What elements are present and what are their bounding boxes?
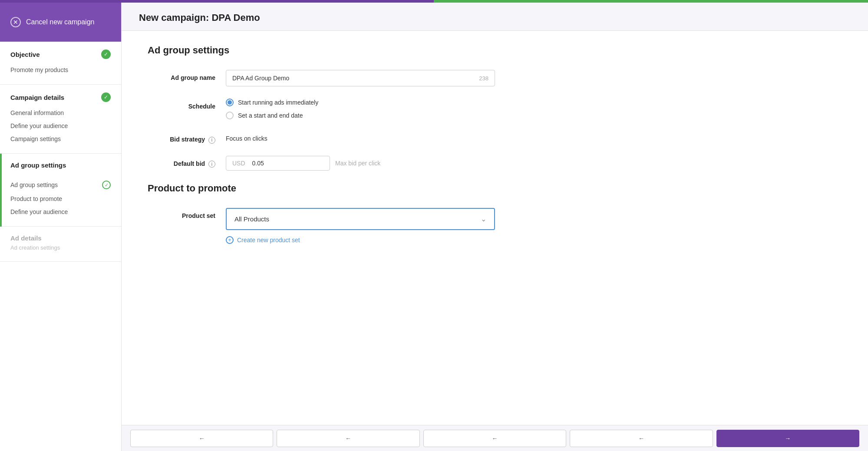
product-set-value: All Products: [234, 215, 269, 223]
create-product-set-link[interactable]: + Create new product set: [226, 236, 530, 244]
schedule-row: Schedule Start running ads immediately S…: [148, 99, 842, 119]
bid-box: USD: [226, 156, 330, 171]
sidebar-item-ad-creation-settings: Ad creation settings: [10, 242, 111, 253]
create-product-set-label: Create new product set: [237, 237, 300, 244]
product-set-control: All Products ⌄ + Create new product set: [226, 208, 530, 244]
default-bid-info-icon[interactable]: i: [208, 161, 215, 168]
bottom-btn-3[interactable]: ←: [423, 430, 566, 447]
cancel-label: Cancel new campaign: [26, 18, 94, 26]
product-set-label: Product set: [148, 208, 226, 219]
cancel-icon: ✕: [10, 17, 21, 27]
dropdown-arrow-icon: ⌄: [481, 215, 486, 223]
schedule-label: Schedule: [148, 99, 226, 110]
schedule-immediate-radio[interactable]: [226, 99, 234, 106]
objective-check-icon: ✓: [101, 49, 111, 59]
sidebar-item-define-audience[interactable]: Define your audience: [10, 119, 111, 132]
bottom-btn-next[interactable]: →: [716, 430, 859, 447]
campaign-details-check-icon: ✓: [101, 92, 111, 102]
product-to-promote-heading: Product to promote: [148, 183, 842, 194]
sidebar-section-campaign-details: Campaign details ✓ General information D…: [0, 85, 121, 154]
schedule-custom-radio[interactable]: [226, 112, 234, 119]
bid-value-input[interactable]: [252, 160, 278, 167]
ad-group-name-control: 238: [226, 70, 530, 86]
page-header: New campaign: DPA Demo: [122, 3, 868, 31]
sidebar-item-product-to-promote[interactable]: Product to promote: [10, 192, 111, 205]
sidebar-item-promote-my-products[interactable]: Promote my products: [10, 63, 111, 76]
ad-group-name-row: Ad group name 238: [148, 70, 842, 86]
ad-group-settings-heading: Ad group settings: [148, 45, 842, 56]
ad-group-settings-check: ✓: [102, 181, 111, 189]
sidebar-item-define-audience-adgroup[interactable]: Define your audience: [10, 205, 111, 218]
create-product-plus-icon: +: [226, 236, 234, 244]
bottom-btn-2[interactable]: ←: [277, 430, 419, 447]
product-set-row: Product set All Products ⌄ + Create new …: [148, 208, 842, 244]
default-bid-control: USD Max bid per click: [226, 156, 530, 171]
campaign-details-title: Campaign details: [10, 94, 64, 101]
bottom-btn-1[interactable]: ←: [130, 430, 273, 447]
cancel-campaign-button[interactable]: ✕ Cancel new campaign: [0, 3, 121, 42]
bid-strategy-control: Focus on clicks: [226, 132, 530, 142]
default-bid-row: Default bid i USD Max bid per click: [148, 156, 842, 171]
schedule-custom-option[interactable]: Set a start and end date: [226, 112, 530, 119]
schedule-immediate-option[interactable]: Start running ads immediately: [226, 99, 530, 106]
sidebar-section-ad-details: Ad details Ad creation settings: [0, 227, 121, 262]
bid-description: Max bid per click: [335, 160, 380, 167]
sidebar-item-campaign-settings[interactable]: Campaign settings: [10, 132, 111, 145]
sidebar: ✕ Cancel new campaign Objective ✓ Promot…: [0, 3, 122, 451]
bottom-bar: ← ← ← ← →: [122, 425, 868, 451]
bid-strategy-label: Bid strategy i: [148, 132, 226, 144]
sidebar-item-general-information[interactable]: General information: [10, 106, 111, 119]
default-bid-label: Default bid i: [148, 156, 226, 168]
bid-strategy-row: Bid strategy i Focus on clicks: [148, 132, 842, 144]
bid-strategy-value: Focus on clicks: [226, 132, 530, 142]
schedule-custom-label: Set a start and end date: [238, 112, 303, 119]
objective-title: Objective: [10, 51, 40, 58]
sidebar-section-ad-group-settings: Ad group settings Ad group settings ✓ Pr…: [0, 154, 121, 227]
schedule-control: Start running ads immediately Set a star…: [226, 99, 530, 119]
schedule-radio-group: Start running ads immediately Set a star…: [226, 99, 530, 119]
bottom-btn-4[interactable]: ←: [570, 430, 713, 447]
schedule-immediate-label: Start running ads immediately: [238, 99, 318, 106]
ad-details-title: Ad details: [10, 234, 111, 242]
ad-group-name-label: Ad group name: [148, 70, 226, 81]
char-count: 238: [479, 75, 488, 82]
main-content: New campaign: DPA Demo Ad group settings…: [122, 3, 868, 451]
default-bid-input-wrapper: USD Max bid per click: [226, 156, 530, 171]
bid-strategy-info-icon[interactable]: i: [208, 137, 215, 144]
page-title: New campaign: DPA Demo: [139, 12, 851, 23]
ad-group-name-input[interactable]: [232, 75, 475, 82]
product-set-dropdown[interactable]: All Products ⌄: [226, 208, 495, 230]
bid-currency: USD: [232, 160, 245, 167]
sidebar-item-ad-group-settings[interactable]: Ad group settings ✓: [10, 178, 111, 192]
sidebar-section-objective: Objective ✓ Promote my products: [0, 42, 121, 85]
product-to-promote-section: Product to promote Product set All Produ…: [148, 183, 842, 244]
ad-group-settings-title: Ad group settings: [10, 161, 66, 169]
ad-group-name-input-wrapper: 238: [226, 70, 495, 86]
content-area: Ad group settings Ad group name 238 Sche…: [122, 31, 868, 425]
